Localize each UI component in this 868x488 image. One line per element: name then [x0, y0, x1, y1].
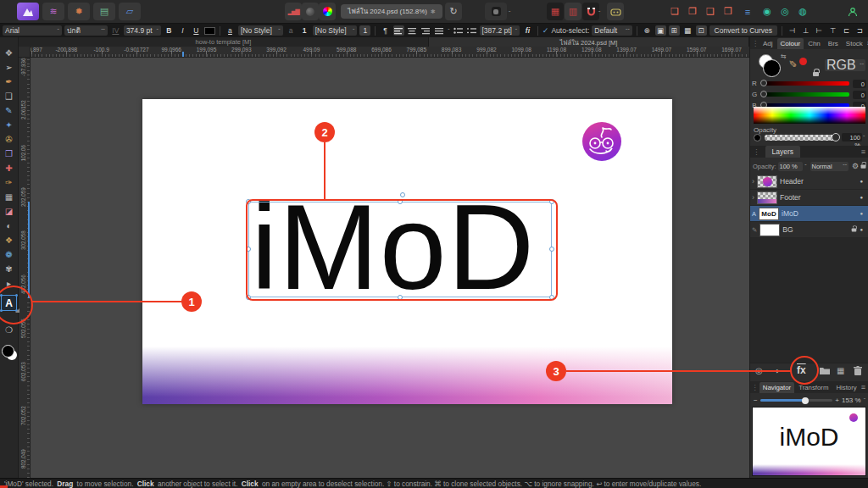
- tab-adjustments[interactable]: Adj: [760, 38, 776, 49]
- export-persona-icon[interactable]: ▱: [119, 3, 141, 20]
- align-right-objects-icon[interactable]: ⊢: [814, 25, 825, 36]
- boolean-add-icon[interactable]: ❏: [666, 3, 683, 20]
- layers-tab[interactable]: Layers: [765, 146, 801, 158]
- justify-button[interactable]: [434, 25, 445, 36]
- healing-brush-tool[interactable]: ✚: [2, 161, 17, 175]
- move-whole-pixels-icon[interactable]: ▦: [547, 3, 564, 20]
- ligatures-icon[interactable]: fi: [522, 25, 533, 36]
- style-1-icon[interactable]: 1: [359, 25, 370, 36]
- layer-visibility-dot[interactable]: ●: [860, 227, 863, 232]
- layer-visibility-dot[interactable]: ●: [860, 179, 863, 184]
- tone-mapping-persona-icon[interactable]: ▤: [93, 3, 115, 20]
- layers-menu-icon[interactable]: ≡: [861, 147, 865, 156]
- flood-select-tool[interactable]: ✦: [2, 118, 17, 131]
- swap-colours-icon[interactable]: ⇆: [781, 53, 787, 60]
- bullet-list-icon[interactable]: [453, 25, 464, 36]
- text-colour-swatch[interactable]: [204, 27, 215, 35]
- tab-stock[interactable]: Stock: [843, 38, 866, 49]
- blur-brush-tool[interactable]: ❁: [2, 247, 17, 261]
- font-style-select[interactable]: ปกติˆˇ: [64, 25, 108, 36]
- paragraph-style-select[interactable]: [No Style]ˇ: [313, 25, 358, 36]
- auto-select-checkbox[interactable]: ✓: [542, 26, 549, 35]
- show-handles-icon[interactable]: ⊞: [669, 25, 680, 36]
- paragraph-mark-icon[interactable]: ¶: [380, 25, 391, 36]
- colour-spectrum[interactable]: [754, 107, 865, 124]
- italic-button[interactable]: I: [177, 25, 188, 36]
- zoom-value[interactable]: 153 %: [842, 396, 861, 404]
- live-filter-icon[interactable]: ▦: [837, 366, 844, 375]
- green-slider[interactable]: [762, 92, 849, 97]
- rotate-icon[interactable]: ↻: [445, 3, 462, 20]
- colour-picker-tool[interactable]: ✒: [2, 75, 17, 88]
- move-tool[interactable]: ➢: [2, 60, 17, 74]
- tab-colour[interactable]: Colour: [777, 38, 804, 49]
- erase-brush-tool[interactable]: ◪: [2, 204, 17, 218]
- show-grid-icon[interactable]: ▦: [682, 25, 693, 36]
- doc-tab-active[interactable]: ไฟล์ใน 2024.psd [M]: [429, 37, 749, 47]
- boolean-subtract-icon[interactable]: ❐: [684, 3, 701, 20]
- pixel-tool[interactable]: ▦: [2, 190, 17, 203]
- numbered-list-icon[interactable]: [466, 25, 477, 36]
- insert-behind-icon[interactable]: ◎: [776, 3, 793, 20]
- foreground-colour-swatch[interactable]: [2, 345, 14, 358]
- navigator-menu-icon[interactable]: ≡: [861, 383, 865, 391]
- update-style-icon[interactable]: a: [286, 25, 297, 36]
- typography-icon[interactable]: IV: [110, 25, 121, 36]
- rotation-handle[interactable]: [400, 192, 405, 197]
- zoom-out-button[interactable]: −: [754, 396, 758, 404]
- picked-colour-swatch[interactable]: [799, 58, 807, 65]
- align-right-button[interactable]: [420, 25, 431, 36]
- blend-mode-select[interactable]: Normalˆˇ: [810, 162, 849, 171]
- zoom-slider[interactable]: [760, 399, 833, 402]
- snapping-magnet-icon[interactable]: [582, 3, 599, 20]
- show-bounds-icon[interactable]: ⊡: [696, 25, 707, 36]
- insert-inside-icon[interactable]: ◉: [759, 3, 776, 20]
- red-slider[interactable]: [762, 81, 849, 86]
- layer-visibility-dot[interactable]: ●: [860, 195, 863, 200]
- justify-chevron-icon[interactable]: ˇ: [448, 28, 449, 34]
- zoom-chevron-icon[interactable]: ˇ: [864, 397, 865, 403]
- assistant-icon[interactable]: [607, 3, 624, 20]
- vectorscope-icon[interactable]: [302, 3, 319, 20]
- layer-row-header[interactable]: › Header ●: [750, 174, 868, 190]
- dodge-brush-tool[interactable]: ◐: [2, 219, 17, 232]
- zoom-tool[interactable]: ❍: [2, 323, 17, 336]
- boolean-divide-icon[interactable]: ❒: [720, 3, 737, 20]
- tab-channels[interactable]: Chn: [804, 38, 824, 49]
- colour-lock-icon[interactable]: [813, 72, 819, 76]
- selection-brush-tool[interactable]: ✎: [2, 103, 17, 117]
- lasso-tool[interactable]: ✇: [2, 132, 17, 146]
- align-middle-objects-icon[interactable]: ⊏: [841, 25, 852, 36]
- character-style-select[interactable]: [No Style]ˇ: [238, 25, 283, 36]
- tab-navigator[interactable]: Navigator: [760, 382, 794, 393]
- transform-origin-icon[interactable]: ⊕: [642, 25, 653, 36]
- imod-logo[interactable]: [582, 122, 621, 161]
- cycle-selection-box-icon[interactable]: ▣: [655, 25, 666, 36]
- histogram-icon[interactable]: ▂▅▇: [285, 3, 302, 20]
- develop-persona-icon[interactable]: ✹: [68, 3, 90, 20]
- snapping-chevron-icon[interactable]: ˇ: [598, 10, 600, 16]
- align-left-button[interactable]: [393, 25, 404, 36]
- delete-layer-icon[interactable]: [854, 366, 862, 375]
- doc-tab-how-to-template[interactable]: how-to template [M]: [19, 37, 429, 47]
- colour-picker-icon[interactable]: ✐: [787, 59, 799, 68]
- red-value[interactable]: 0: [853, 80, 866, 88]
- smudge-tool[interactable]: ✾: [2, 262, 17, 275]
- zoom-in-button[interactable]: +: [835, 396, 839, 404]
- font-family-select[interactable]: Arialˇ: [3, 25, 62, 36]
- expander-icon[interactable]: ›: [752, 177, 754, 186]
- font-size-select[interactable]: 374.9 ptˇ: [124, 25, 161, 36]
- auto-select-select[interactable]: Defaultˆˇ: [592, 25, 632, 36]
- photo-persona-icon[interactable]: [17, 3, 39, 20]
- bold-button[interactable]: B: [164, 25, 175, 36]
- tab-history[interactable]: History: [832, 382, 860, 393]
- flood-fill-tool[interactable]: ❖: [2, 233, 17, 247]
- view-mode-chevron-icon[interactable]: ˇ: [509, 10, 510, 16]
- colour-wheel-icon[interactable]: [319, 3, 336, 20]
- align-center-button[interactable]: [407, 25, 418, 36]
- tab-brushes[interactable]: Brs: [825, 38, 842, 49]
- align-top-objects-icon[interactable]: ⊤: [827, 25, 838, 36]
- insert-on-top-icon[interactable]: ◍: [794, 3, 811, 20]
- group-folder-icon[interactable]: [820, 366, 830, 374]
- navigator-preview[interactable]: iMoD: [752, 407, 866, 476]
